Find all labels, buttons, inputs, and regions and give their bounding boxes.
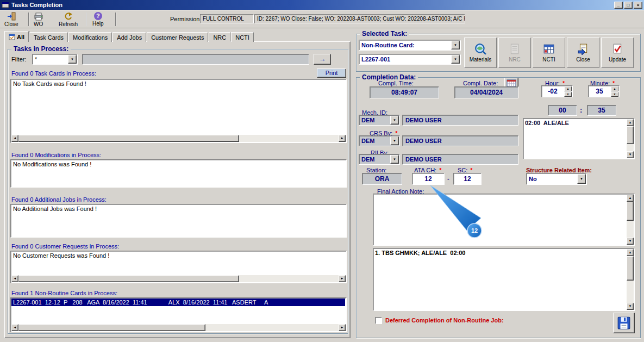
tab-add-jobs[interactable]: Add Jobs [112,32,146,42]
scrollbar-thumb[interactable] [627,126,634,144]
chevron-down-icon[interactable]: ▼ [577,174,586,184]
filter-text-field[interactable] [82,54,309,65]
tab-all-label: All [17,34,24,40]
task-cards-listbox[interactable]: No Task Cards was Found ! ◄ ► [10,79,347,143]
chevron-down-icon[interactable]: ▼ [390,155,399,164]
scrollbar-thumb[interactable] [627,202,634,221]
structure-related-combobox[interactable]: No ▼ [526,173,587,185]
apply-filter-button[interactable]: → [314,54,331,65]
window-close-button[interactable]: × [634,2,642,9]
hour-spinner[interactable]: -02 ▲▼ [541,85,573,97]
action-history-textarea[interactable]: 1. TBS GHMKK; ALE/ALE 02:00 ▲ ▼ [373,248,635,311]
minute-total-value: 35 [587,105,616,116]
task-id-combobox[interactable]: L2267-001 ▼ [359,54,461,65]
scroll-right-icon[interactable]: ► [339,275,346,282]
tab-task-cards[interactable]: Task Cards [29,32,68,42]
chevron-down-icon[interactable]: ▼ [451,55,460,64]
scrollbar-track [627,221,634,238]
action-history-vscrollbar[interactable]: ▲ ▼ [627,249,634,310]
window-maximize-button[interactable]: □ [624,2,633,9]
materials-button[interactable]: Materials [464,38,497,68]
task-id-value: L2267-001 [359,56,451,63]
ata-sc-separator: - [447,175,449,182]
scrollbar-thumb[interactable] [18,275,239,282]
wo-button[interactable]: WO [32,11,45,27]
scroll-up-icon[interactable]: ▲ [627,195,634,202]
app-icon [2,1,9,9]
spinner-buttons[interactable]: ▲▼ [564,86,572,96]
scroll-up-icon[interactable]: ▲ [627,249,634,256]
mech-id-combobox[interactable]: DEM ▼ [359,115,400,126]
non-routine-section-header: Found 1 Non-Routine Cards in Process: [11,290,117,296]
go-arrow-icon: → [319,55,326,63]
chevron-down-icon[interactable]: ▼ [390,116,399,125]
scroll-down-icon[interactable]: ▼ [627,303,634,310]
task-cards-hscrollbar[interactable]: ◄ ► [11,135,346,142]
scrollbar-track [627,144,634,151]
chevron-down-icon[interactable]: ▼ [390,136,399,145]
update-button[interactable]: Update [601,38,634,68]
rii-by-combobox[interactable]: DEM ▼ [359,154,400,165]
all-tab-icon [9,34,15,40]
close-button[interactable]: Close [2,11,21,27]
crs-by-combobox[interactable]: DEM ▼ [359,135,400,146]
minute-spinner[interactable]: 35 ▲▼ [588,85,620,97]
scroll-down-icon[interactable]: ▼ [627,238,634,245]
modifications-listbox[interactable]: No Modifications was Found ! [10,159,347,188]
customer-requests-listbox[interactable]: No Customer Requests was Found ! ◄ ► [10,251,347,283]
spinner-buttons[interactable]: ▲▼ [611,86,618,96]
tab-ncti-label: NCTI [235,34,249,41]
scrollbar-thumb[interactable] [18,135,239,142]
scroll-right-icon[interactable]: ► [339,324,346,331]
additional-jobs-listbox[interactable]: No Additional Jobs was Found ! [10,204,347,238]
scroll-up-icon[interactable]: ▲ [627,119,634,126]
time-log-vscrollbar[interactable]: ▲ ▼ [627,119,634,158]
refresh-button[interactable]: Refresh [57,11,80,27]
customer-requests-hscrollbar[interactable]: ◄ ► [11,275,346,282]
modifications-section-header: Found 0 Modifications in Process: [11,152,101,158]
scroll-left-icon[interactable]: ◄ [11,135,18,142]
ata-ch-field[interactable]: 12 [412,173,445,185]
scroll-left-icon[interactable]: ◄ [11,275,18,282]
scroll-down-icon[interactable]: ▼ [627,151,634,158]
modifications-empty-text: No Modifications was Found ! [13,161,91,167]
task-type-combobox[interactable]: Non-Routine Card: ▼ [359,40,461,51]
sc-field[interactable]: 12 [453,173,482,185]
tab-all[interactable]: All [4,31,29,42]
filter-combobox[interactable]: * ▼ [32,54,78,65]
compl-time-label: Compl. Time: [378,80,414,86]
selected-task-group: Selected Task: Non-Routine Card: ▼ L2267… [356,34,641,72]
chevron-down-icon[interactable]: ▼ [68,55,77,64]
spin-up-icon: ▲ [564,86,572,91]
non-routine-hscrollbar[interactable]: ◄ ► [11,324,346,331]
print-button[interactable]: Print [317,69,346,78]
final-action-note-textarea[interactable]: ▲ ▼ [373,194,635,246]
help-button[interactable]: ? Help [90,11,106,27]
window-minimize-button[interactable]: _ [614,2,623,9]
non-routine-listbox[interactable]: L2267-001 12-12 P 208 AGA 8/16/2022 11:4… [10,297,347,332]
non-routine-selected-row[interactable]: L2267-001 12-12 P 208 AGA 8/16/2022 11:4… [11,299,345,306]
final-action-vscrollbar[interactable]: ▲ ▼ [627,195,634,245]
update-button-label: Update [609,57,626,63]
wo-info-field: ID: 2267; WO Close: False; WO: 202208-AS… [254,14,465,23]
tab-nrc[interactable]: NRC [209,32,230,42]
time-log-text: 02:00 ALE/ALE [525,120,626,126]
title-bar[interactable]: Tasks Completion _ □ × [0,0,644,10]
close-task-button[interactable]: Close [567,38,599,68]
scrollbar-thumb[interactable] [627,256,634,281]
task-cards-section-header: Found 0 Task Cards in Process: [11,70,96,77]
time-log-box[interactable]: 02:00 ALE/ALE ▲ ▼ [523,118,635,159]
tab-add-jobs-label: Add Jobs [117,34,142,41]
tab-customer-requests[interactable]: Customer Requests [147,32,208,42]
permission-value-field: FULL CONTROL [200,14,254,23]
tab-ncti[interactable]: NCTI [231,32,254,42]
chevron-down-icon[interactable]: ▼ [451,41,460,49]
save-button[interactable] [613,313,635,333]
deferred-completion-checkbox[interactable] [375,317,382,324]
ncti-button[interactable]: NCTI [533,38,565,68]
scroll-right-icon[interactable]: ► [339,135,346,142]
scrollbar-thumb[interactable] [18,324,205,331]
compl-time-value: 08:49:07 [370,86,439,98]
scroll-left-icon[interactable]: ◄ [11,324,18,331]
tab-modifications[interactable]: Modifications [68,32,112,42]
